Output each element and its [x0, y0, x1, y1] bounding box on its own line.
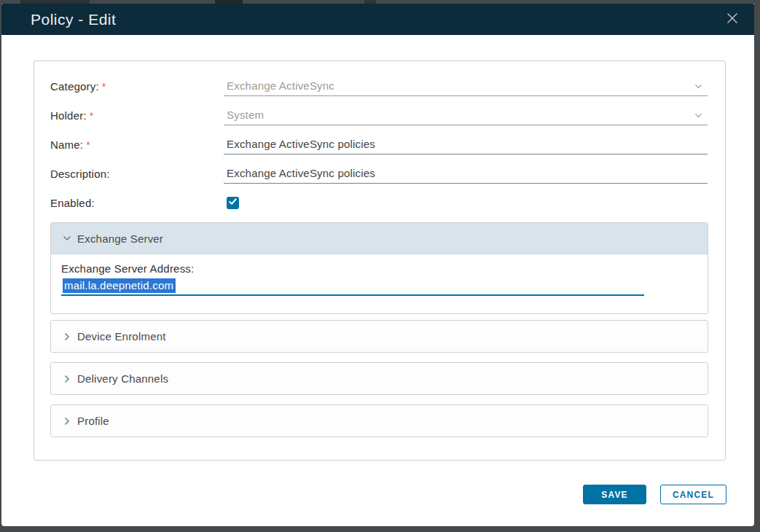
dialog-header: Policy - Edit [1, 4, 754, 35]
section-header-device-enrolment[interactable]: Device Enrolment [51, 321, 708, 352]
category-select[interactable]: Exchange ActiveSync [224, 76, 708, 96]
save-button[interactable]: SAVE [583, 485, 646, 504]
enabled-label-text: Enabled: [50, 197, 95, 209]
selected-text: mail.la.deepnetid.com [63, 278, 176, 293]
required-asterisk: * [86, 139, 90, 151]
form-row-name: Name:* Exchange ActiveSync policies [50, 130, 725, 159]
form-row-category: Category:* Exchange ActiveSync [50, 71, 725, 101]
chevron-down-icon [62, 233, 72, 243]
exchange-server-address-input[interactable]: mail.la.deepnetid.com [61, 277, 644, 296]
dialog-title: Policy - Edit [31, 11, 116, 28]
chevron-right-icon [62, 416, 72, 426]
chevron-down-icon [694, 81, 703, 94]
policy-edit-dialog: Policy - Edit Category:* Exchange Active… [1, 4, 754, 526]
name-label: Name:* [50, 138, 224, 151]
section-profile: Profile [50, 404, 708, 437]
description-label-text: Description: [50, 168, 110, 180]
section-title: Delivery Channels [77, 372, 168, 385]
category-select-value: Exchange ActiveSync [227, 79, 334, 92]
exchange-server-content: Exchange Server Address: mail.la.deepnet… [51, 254, 708, 296]
form-row-description: Description: Exchange ActiveSync policie… [50, 159, 725, 188]
close-icon [726, 12, 739, 28]
holder-select-value: System [227, 109, 264, 121]
section-exchange-server: Exchange Server Exchange Server Address:… [50, 222, 708, 314]
dialog-footer: SAVE CANCEL [583, 485, 726, 504]
section-title: Device Enrolment [77, 330, 166, 343]
close-button[interactable] [725, 12, 740, 27]
exchange-server-address-label: Exchange Server Address: [61, 262, 708, 275]
section-header-delivery-channels[interactable]: Delivery Channels [51, 363, 708, 394]
chevron-down-icon [694, 110, 703, 123]
cancel-button[interactable]: CANCEL [660, 485, 726, 504]
description-input[interactable]: Exchange ActiveSync policies [224, 163, 708, 184]
form-row-holder: Holder:* System [50, 101, 725, 130]
name-input[interactable]: Exchange ActiveSync policies [224, 134, 708, 154]
section-title: Exchange Server [77, 232, 163, 245]
policy-form-panel: Category:* Exchange ActiveSync Holder:* … [34, 60, 726, 461]
category-label-text: Category: [50, 80, 99, 93]
description-input-value: Exchange ActiveSync policies [227, 167, 375, 179]
holder-label: Holder:* [50, 109, 224, 122]
checkmark-icon [228, 196, 238, 209]
category-label: Category:* [50, 80, 224, 93]
section-header-profile[interactable]: Profile [51, 405, 708, 437]
section-header-exchange-server[interactable]: Exchange Server [51, 223, 708, 254]
section-device-enrolment: Device Enrolment [50, 320, 708, 353]
enabled-label: Enabled: [50, 197, 224, 209]
section-title: Profile [77, 415, 109, 427]
required-asterisk: * [90, 110, 94, 122]
holder-select[interactable]: System [224, 105, 708, 125]
name-input-value: Exchange ActiveSync policies [227, 138, 375, 150]
chevron-right-icon [62, 374, 72, 384]
section-delivery-channels: Delivery Channels [50, 362, 708, 395]
name-label-text: Name: [50, 138, 83, 151]
required-asterisk: * [102, 81, 106, 93]
description-label: Description: [50, 168, 224, 180]
enabled-checkbox[interactable] [227, 197, 239, 209]
form-row-enabled: Enabled: [50, 188, 725, 217]
chevron-right-icon [62, 332, 72, 342]
holder-label-text: Holder: [50, 109, 87, 122]
